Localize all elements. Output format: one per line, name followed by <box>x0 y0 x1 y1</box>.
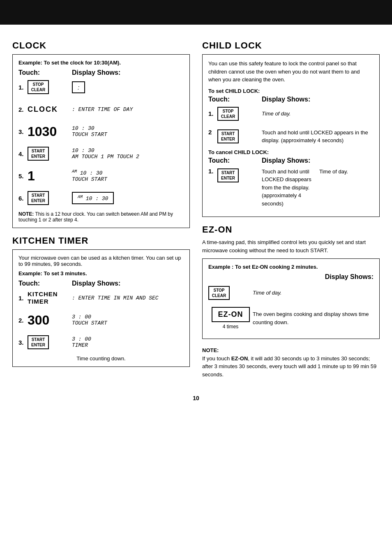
clock-step-4-num: 4. <box>18 150 28 157</box>
ez-on-intro: A time-saving pad, this simplified contr… <box>202 238 380 254</box>
kt-num-300[interactable]: 300 <box>28 313 49 328</box>
kitchen-timer-btn[interactable]: KITCHENTIMER <box>28 290 58 305</box>
clock-title: CLOCK <box>12 40 190 51</box>
clock-step-3-touch: 1030 <box>28 124 72 139</box>
clock-step-6-num: 6. <box>18 195 28 202</box>
kt-step-3-touch: STARTENTER <box>28 335 72 349</box>
clock-note: NOTE: This is a 12 hour clock. You can s… <box>18 211 184 223</box>
stop-clear-btn-3[interactable]: STOPCLEAR <box>208 286 230 300</box>
clock-step-5-touch: 1 <box>28 168 72 184</box>
kt-step-3-num: 3. <box>18 339 28 346</box>
ez-step-2-display: The oven begins cooking and display show… <box>253 310 374 326</box>
kt-step-1-num: 1. <box>18 295 28 302</box>
clock-step-1-touch: STOPCLEAR <box>28 80 72 94</box>
kitchen-timer-intro: Your microwave oven can be used as a kit… <box>18 255 184 267</box>
child-lock-intro: You can use this safety feature to lock … <box>208 60 374 84</box>
clock-step-2-touch: CLOCK <box>28 105 72 114</box>
cl-cancel-step-1-num: 1. <box>208 168 217 175</box>
kt-step-3-display: 3 : 00TIMER <box>72 336 184 348</box>
ez-on-title: EZ-ON <box>202 224 380 235</box>
clock-step-3: 3. 1030 10 : 30TOUCH START <box>18 122 184 141</box>
clock-btn[interactable]: CLOCK <box>28 105 58 114</box>
clock-step-6: 6. STARTENTER AM 10 : 30 <box>18 189 184 207</box>
cl-touch-header2: Touch: <box>208 157 262 164</box>
clock-display-1: : <box>72 81 85 93</box>
clock-step-3-num: 3. <box>18 128 28 135</box>
ez-on-section: EZ-ON A time-saving pad, this simplified… <box>202 224 380 378</box>
ez-step-2-touch: EZ-ON 4 times <box>208 307 253 330</box>
clock-step-5: 5. 1 AM 10 : 30TOUCH START <box>18 167 184 185</box>
cl-set-step-2-touch: STARTENTER <box>217 129 262 143</box>
stop-clear-btn-2[interactable]: STOPCLEAR <box>217 107 239 121</box>
clock-step-2: 2. CLOCK : ENTER TIME OF DAY <box>18 100 184 118</box>
kt-step-2-num: 2. <box>18 317 28 324</box>
ez-step-1-touch: STOPCLEAR <box>208 286 253 300</box>
clock-section: CLOCK Example: To set the clock for 10:3… <box>12 40 190 228</box>
stop-clear-btn-1[interactable]: STOPCLEAR <box>28 80 49 94</box>
kitchen-timer-example: Example: To set 3 minutes. <box>18 270 184 277</box>
cl-cancel-display: Time of day. <box>319 168 374 208</box>
ez-on-btn[interactable]: EZ-ON <box>212 307 250 322</box>
cl-set-step-2-display: Touch and hold until LOCKED appears in t… <box>262 129 374 145</box>
clock-box: Example: To set the clock for 10:30(AM).… <box>12 54 190 228</box>
clock-step-3-display: 10 : 30TOUCH START <box>72 125 184 138</box>
ez-step-2: EZ-ON 4 times The oven begins cooking an… <box>208 307 374 330</box>
clock-num-1030[interactable]: 1030 <box>28 124 57 139</box>
cl-set-step-1-touch: STOPCLEAR <box>217 107 262 121</box>
start-enter-btn-5[interactable]: STARTENTER <box>217 168 239 182</box>
child-lock-box: You can use this safety feature to lock … <box>202 54 380 217</box>
clock-step-2-num: 2. <box>18 106 28 113</box>
clock-step-5-num: 5. <box>18 173 28 180</box>
kt-step-1-touch: KITCHENTIMER <box>28 290 72 305</box>
kitchen-timer-section: KITCHEN TIMER Your microwave oven can be… <box>12 235 190 367</box>
clock-step-4: 4. STARTENTER 10 : 30AM TOUCH 1 PM TOUCH… <box>18 145 184 163</box>
left-column: CLOCK Example: To set the clock for 10:3… <box>12 33 190 378</box>
kt-step-2-display: 3 : 00TOUCH START <box>72 314 184 326</box>
cl-touch-header: Touch: <box>208 96 262 103</box>
clock-num-1[interactable]: 1 <box>28 168 35 184</box>
start-enter-btn-1[interactable]: STARTENTER <box>28 147 49 161</box>
child-lock-section: CHILD LOCK You can use this safety featu… <box>202 40 380 217</box>
cl-display-header: Display Shows: <box>262 96 374 103</box>
ez-on-example: Example : To set Ez-ON cooking 2 minutes… <box>208 264 374 270</box>
child-lock-to-cancel: To cancel CHILD LOCK: <box>208 149 374 155</box>
child-lock-to-set: To set CHILD LOCK: <box>208 88 374 94</box>
cl-set-step-2: 2 STARTENTER Touch and hold until LOCKED… <box>208 127 374 145</box>
ez-on-note: NOTE: If you touch EZ-ON, it will add 30… <box>202 346 380 378</box>
cl-display-header2: Display Shows: <box>262 157 374 164</box>
cl-set-step-1-display: Time of day. <box>262 110 374 118</box>
clock-step-4-touch: STARTENTER <box>28 147 72 161</box>
kt-display-header: Display Shows: <box>72 280 184 287</box>
kt-step-2: 2. 300 3 : 00TOUCH START <box>18 311 184 329</box>
header-bar <box>0 0 392 25</box>
clock-example: Example: To set the clock for 10:30(AM). <box>18 60 184 66</box>
cl-set-step-1-num: 1. <box>208 110 217 117</box>
clock-step-5-display: AM 10 : 30TOUCH START <box>72 169 184 182</box>
clock-step-2-display: : ENTER TIME OF DAY <box>72 106 184 113</box>
child-lock-title: CHILD LOCK <box>202 40 380 51</box>
cl-cancel-touch-desc: Touch and hold until LOCKED disappears f… <box>262 168 316 208</box>
ez-on-display-header: Display Shows: <box>208 273 374 281</box>
start-enter-btn-2[interactable]: STARTENTER <box>28 191 49 205</box>
cl-cancel-step-1: 1. STARTENTER Touch and hold until LOCKE… <box>208 166 374 208</box>
start-enter-btn-3[interactable]: STARTENTER <box>28 335 49 349</box>
kitchen-timer-title: KITCHEN TIMER <box>12 235 190 246</box>
clock-display-header: Display Shows: <box>72 69 184 76</box>
clock-step-1-display: : <box>72 81 184 93</box>
kitchen-timer-box: Your microwave oven can be used as a kit… <box>12 249 190 367</box>
kt-step-1: 1. KITCHENTIMER : ENTER TIME IN MIN AND … <box>18 289 184 307</box>
ez-on-times: 4 times <box>223 324 239 330</box>
cl-set-step-2-num: 2 <box>208 129 217 136</box>
clock-step-4-display: 10 : 30AM TOUCH 1 PM TOUCH 2 <box>72 148 184 160</box>
clock-display-6: AM 10 : 30 <box>72 192 114 204</box>
right-column: CHILD LOCK You can use this safety featu… <box>202 33 380 378</box>
cl-cancel-step-1-row: Touch and hold until LOCKED disappears f… <box>262 168 374 208</box>
kt-step-1-display: : ENTER TIME IN MIN AND SEC <box>72 295 184 301</box>
clock-step-1-num: 1. <box>18 84 28 91</box>
clock-step-1: 1. STOPCLEAR : <box>18 78 184 96</box>
kt-touch-header: Touch: <box>18 280 72 287</box>
start-enter-btn-4[interactable]: STARTENTER <box>217 129 239 143</box>
kt-step-3: 3. STARTENTER 3 : 00TIMER <box>18 333 184 351</box>
cl-cancel-step-1-touch: STARTENTER <box>217 168 262 182</box>
clock-step-6-display: AM 10 : 30 <box>72 192 184 204</box>
